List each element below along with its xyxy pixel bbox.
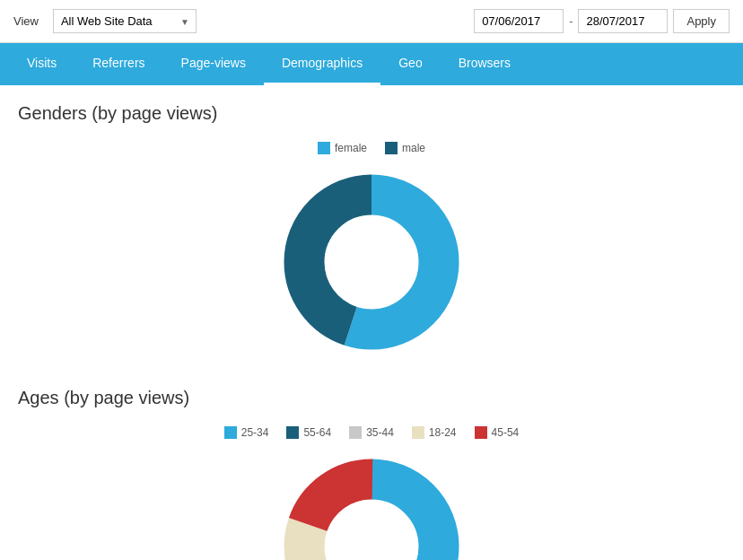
legend-color-female xyxy=(318,142,330,154)
legend-label-45-54: 45-54 xyxy=(492,426,520,439)
tab-demographics[interactable]: Demographics xyxy=(264,43,380,85)
view-label: View xyxy=(13,14,39,28)
legend-color-45-54 xyxy=(475,426,487,439)
legend-label-35-44: 35-44 xyxy=(366,426,394,439)
view-select[interactable]: All Web Site Data xyxy=(53,9,197,33)
content-area: Genders (by page views) female male Ages… xyxy=(0,85,743,560)
date-end-input[interactable] xyxy=(578,9,668,33)
legend-label-18-24: 18-24 xyxy=(429,426,457,439)
tab-browsers[interactable]: Browsers xyxy=(441,43,529,85)
legend-item-female: female xyxy=(318,142,367,154)
legend-item-45-54: 45-54 xyxy=(475,426,520,439)
legend-item-18-24: 18-24 xyxy=(412,426,457,439)
legend-item-male: male xyxy=(385,142,425,154)
genders-chart-container: female male xyxy=(18,142,725,361)
legend-item-55-64: 55-64 xyxy=(286,426,331,439)
ages-legend: 25-34 55-64 35-44 18-24 45-54 xyxy=(224,426,520,439)
legend-color-male xyxy=(385,142,398,154)
legend-label-55-64: 55-64 xyxy=(303,426,331,439)
header-bar: View All Web Site Data ▼ - Apply xyxy=(0,0,743,43)
legend-item-35-44: 35-44 xyxy=(349,426,394,439)
legend-color-35-44 xyxy=(349,426,362,439)
legend-color-18-24 xyxy=(412,426,424,439)
nav-tabs: Visits Referrers Page-views Demographics… xyxy=(0,43,743,85)
legend-color-25-34 xyxy=(224,426,237,439)
date-range: - Apply xyxy=(474,9,730,33)
legend-label-25-34: 25-34 xyxy=(241,426,269,439)
legend-item-25-34: 25-34 xyxy=(224,426,269,439)
ages-title: Ages (by page views) xyxy=(18,388,725,408)
genders-legend: female male xyxy=(318,142,425,154)
tab-geo[interactable]: Geo xyxy=(380,43,440,85)
legend-color-55-64 xyxy=(286,426,299,439)
svg-point-2 xyxy=(325,215,418,309)
tab-page-views[interactable]: Page-views xyxy=(163,43,264,85)
tab-referrers[interactable]: Referrers xyxy=(74,43,162,85)
legend-label-male: male xyxy=(402,142,425,154)
date-separator: - xyxy=(569,14,573,28)
view-select-wrapper: All Web Site Data ▼ xyxy=(53,9,197,33)
ages-chart-container: 25-34 55-64 35-44 18-24 45-54 xyxy=(18,426,725,560)
genders-title: Genders (by page views) xyxy=(18,103,725,124)
legend-label-female: female xyxy=(335,142,367,154)
apply-button[interactable]: Apply xyxy=(673,9,730,33)
date-start-input[interactable] xyxy=(474,9,564,33)
genders-donut-chart xyxy=(273,163,470,361)
ages-donut-chart xyxy=(273,448,470,560)
tab-visits[interactable]: Visits xyxy=(9,43,74,85)
